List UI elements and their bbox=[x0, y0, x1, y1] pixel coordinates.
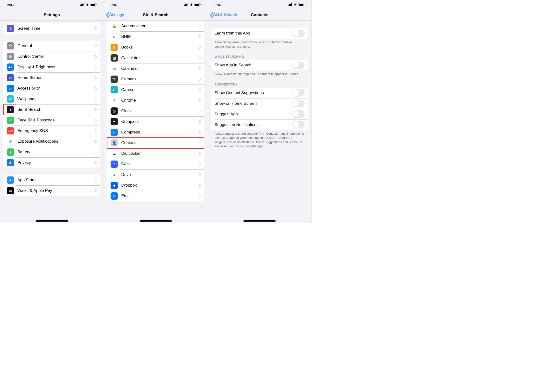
settings-row-general[interactable]: ⚙General bbox=[3, 41, 100, 51]
row-label: Clock bbox=[121, 109, 198, 113]
row-label: Contacts bbox=[121, 140, 198, 145]
status-bar: 9:41 bbox=[208, 0, 311, 9]
toggle-switch[interactable] bbox=[292, 30, 305, 37]
row-label: Chrome bbox=[121, 98, 198, 103]
settings-row-home-screen[interactable]: ▦Home Screen bbox=[3, 72, 100, 83]
cellular-icon bbox=[80, 3, 84, 6]
settings-row-screen-time[interactable]: ⌛Screen Time bbox=[3, 23, 100, 34]
settings-row-wallet-apple-pay[interactable]: ▭Wallet & Apple Pay bbox=[3, 185, 100, 196]
settings-row-chrome[interactable]: ◎Chrome bbox=[107, 95, 204, 106]
app-icon: ▭ bbox=[7, 187, 14, 194]
chevron-right-icon bbox=[199, 98, 201, 102]
wifi-icon bbox=[85, 3, 89, 6]
back-label: Siri & Search bbox=[213, 13, 237, 17]
chevron-right-icon bbox=[199, 194, 201, 198]
app-icon: ☀ bbox=[7, 138, 14, 145]
toggle-switch[interactable] bbox=[292, 100, 305, 107]
wifi-icon bbox=[189, 3, 193, 6]
row-label: Drive bbox=[121, 172, 198, 177]
settings-row-emergency-sos[interactable]: SOSEmergency SOS bbox=[3, 126, 100, 136]
settings-row-wallpaper[interactable]: ✿Wallpaper bbox=[3, 94, 100, 104]
settings-row-privacy[interactable]: ✋Privacy bbox=[3, 157, 100, 168]
app-icon: ⊞ bbox=[7, 53, 14, 60]
app-icon: ✦ bbox=[111, 118, 118, 125]
home-indicator bbox=[140, 220, 172, 222]
app-icon: AA bbox=[7, 63, 14, 71]
chevron-right-icon bbox=[95, 178, 97, 182]
row-label: Privacy bbox=[17, 160, 95, 165]
chevron-right-icon bbox=[95, 97, 97, 101]
svg-rect-4 bbox=[195, 4, 199, 6]
chevron-right-icon bbox=[199, 45, 201, 49]
chevron-right-icon bbox=[199, 67, 201, 70]
row-label: Email bbox=[121, 194, 198, 198]
settings-row-email[interactable]: ✉Email bbox=[107, 191, 204, 201]
toggle-switch[interactable] bbox=[292, 89, 305, 97]
show-on-home-screen-row[interactable]: Show on Home Screen bbox=[211, 98, 308, 109]
settings-row-compass[interactable]: ✦Compass bbox=[107, 116, 204, 127]
settings-row-exposure-notifications[interactable]: ☀Exposure Notifications bbox=[3, 136, 100, 147]
settings-row-siri-search[interactable]: ●Siri & Search bbox=[3, 104, 100, 115]
settings-row-control-center[interactable]: ⊞Control Center bbox=[3, 51, 100, 62]
section-footer: Allow suggestions and content from "Cont… bbox=[208, 130, 311, 150]
app-icon: ▲ bbox=[111, 171, 118, 178]
settings-row-compress[interactable]: ⇄Compress bbox=[107, 127, 204, 138]
battery-icon bbox=[90, 3, 97, 6]
chevron-right-icon bbox=[95, 108, 97, 112]
settings-row-docs[interactable]: ≡Docs bbox=[107, 159, 204, 169]
settings-row-canva[interactable]: CCanva bbox=[107, 84, 204, 95]
chevron-right-icon bbox=[95, 27, 97, 30]
row-label: Canva bbox=[121, 87, 198, 92]
settings-row-calendar[interactable]: ▭Calendar bbox=[107, 63, 204, 74]
settings-row-accessibility[interactable]: ☺Accessibility bbox=[3, 83, 100, 94]
settings-row-face-id-passcode[interactable]: ☺Face ID & Passcode bbox=[3, 115, 100, 126]
toggle-switch[interactable] bbox=[292, 62, 305, 69]
row-label: Suggestion Notifications bbox=[215, 122, 292, 127]
settings-row-display-brightness[interactable]: AADisplay & Brightness bbox=[3, 62, 100, 72]
row-label: Wallpaper bbox=[17, 97, 95, 101]
settings-row-bhim[interactable]: ◣BHIM bbox=[107, 31, 204, 42]
settings-row-contacts[interactable]: 👤Contacts bbox=[107, 138, 204, 148]
screen-contacts-settings: 9:41 Siri & Search Contacts Learn from t… bbox=[208, 0, 312, 223]
show-app-in-search-row[interactable]: Show App in Search bbox=[211, 60, 308, 70]
settings-row-battery[interactable]: ▮Battery bbox=[3, 147, 100, 157]
settings-row-drive[interactable]: ▲Drive bbox=[107, 169, 204, 180]
row-label: Camera bbox=[121, 77, 198, 82]
settings-row-authenticator[interactable]: 🔒Authenticator bbox=[107, 21, 204, 31]
chevron-right-icon bbox=[199, 162, 201, 166]
learn-from-app-row[interactable]: Learn from this App bbox=[211, 28, 308, 39]
show-contact-suggestions-row[interactable]: Show Contact Suggestions bbox=[211, 88, 308, 98]
chevron-right-icon bbox=[95, 189, 97, 193]
chevron-right-icon bbox=[199, 35, 201, 39]
chevron-right-icon bbox=[199, 109, 201, 113]
settings-row-clock[interactable]: ◷Clock bbox=[107, 106, 204, 116]
settings-row-books[interactable]: ▯Books bbox=[107, 42, 204, 53]
suggestion-notifications-row[interactable]: Suggestion Notifications bbox=[211, 119, 308, 130]
settings-row-camera[interactable]: 📷Camera bbox=[107, 74, 204, 84]
toggle-switch[interactable] bbox=[292, 110, 305, 118]
back-button[interactable]: Siri & Search bbox=[209, 9, 237, 21]
settings-row-dropbox[interactable]: ◆Dropbox bbox=[107, 180, 204, 191]
chevron-right-icon bbox=[95, 86, 97, 90]
app-icon: ✋ bbox=[7, 159, 14, 166]
chevron-right-icon bbox=[95, 44, 97, 48]
battery-icon bbox=[298, 3, 305, 6]
screen-siri-search: 9:41 Settings Siri & Search 🔒Authenticat… bbox=[104, 0, 208, 223]
toggle-switch[interactable] bbox=[292, 121, 305, 128]
settings-row-digilocker[interactable]: ☁DigiLocker bbox=[107, 148, 204, 159]
back-button[interactable]: Settings bbox=[105, 9, 124, 21]
page-title: Settings bbox=[44, 13, 60, 17]
suggest-app-row[interactable]: Suggest App bbox=[211, 109, 308, 119]
app-icon: ◣ bbox=[111, 33, 118, 40]
row-label: Show App in Search bbox=[215, 63, 292, 68]
home-indicator bbox=[36, 220, 68, 222]
app-icon: ⚙ bbox=[7, 42, 14, 49]
settings-row-calculator[interactable]: ▤Calculator bbox=[107, 53, 204, 63]
settings-row-app-store[interactable]: AApp Store bbox=[3, 175, 100, 185]
cellular-icon bbox=[288, 3, 292, 6]
chevron-right-icon bbox=[199, 141, 201, 145]
app-icon: ◆ bbox=[111, 182, 118, 189]
nav-bar: Settings Siri & Search bbox=[104, 9, 207, 21]
row-label: Dropbox bbox=[121, 183, 198, 188]
app-icon: A bbox=[7, 176, 14, 184]
